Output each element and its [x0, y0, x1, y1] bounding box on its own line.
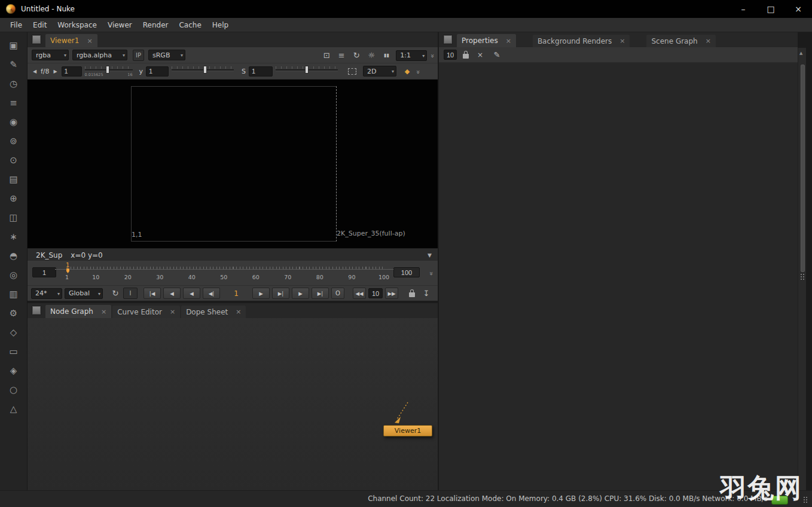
- step-backward-button[interactable]: ◀: [183, 288, 200, 299]
- close-icon[interactable]: ×: [170, 308, 175, 316]
- 3d-icon[interactable]: ◫: [4, 208, 24, 227]
- close-icon[interactable]: ×: [619, 37, 625, 45]
- edit-pencil-icon[interactable]: ✎: [492, 50, 502, 59]
- pane-menu-button[interactable]: [443, 35, 453, 44]
- filter-icon[interactable]: ⊚: [4, 132, 24, 151]
- layer-dropdown[interactable]: rgba ▾: [32, 50, 69, 60]
- tab-properties[interactable]: Properties ×: [457, 34, 516, 47]
- alpha-channel-dropdown[interactable]: rgba.alpha ▾: [72, 50, 127, 60]
- image-icon[interactable]: ▣: [4, 36, 24, 55]
- menu-workspace[interactable]: Workspace: [52, 21, 102, 29]
- plugin-icon[interactable]: △: [4, 399, 24, 419]
- channel-icon[interactable]: ≡: [4, 93, 24, 112]
- play-forward-button[interactable]: ▶: [252, 288, 270, 299]
- display-window-icon[interactable]: ⊡: [321, 51, 332, 60]
- range-end-field[interactable]: [393, 267, 420, 277]
- viewer1-node[interactable]: Viewer1: [383, 425, 432, 436]
- jump-back-button[interactable]: ◀◀: [353, 288, 366, 299]
- goto-start-button[interactable]: |◀: [144, 288, 161, 299]
- menu-edit[interactable]: Edit: [28, 21, 52, 29]
- max-panels-field[interactable]: [444, 50, 457, 60]
- merge-icon[interactable]: ▤: [4, 170, 24, 189]
- input-process-button[interactable]: IP: [133, 50, 144, 61]
- particles-icon[interactable]: ∗: [4, 227, 24, 246]
- anchor-frame-icon[interactable]: ↧: [421, 289, 432, 298]
- plugin-icon[interactable]: ○: [4, 380, 24, 399]
- timeline-track[interactable]: 1 10 20 30 40 50 60 70 80 90 100 1: [61, 262, 391, 283]
- close-icon[interactable]: ×: [101, 308, 106, 316]
- in-out-button[interactable]: I: [123, 288, 138, 299]
- gamma-slider-handle[interactable]: [203, 66, 207, 74]
- prev-increment-button[interactable]: ◀|: [203, 288, 220, 299]
- maximize-button[interactable]: □: [757, 0, 784, 18]
- saturation-slider-handle[interactable]: [305, 66, 309, 74]
- colorspace-dropdown[interactable]: sRGB ▾: [148, 50, 185, 60]
- jump-forward-button[interactable]: ▶▶: [385, 288, 398, 299]
- expand-toolbar-icon[interactable]: »: [414, 70, 422, 73]
- zoom-dropdown[interactable]: 1:1 ▾: [396, 50, 427, 61]
- menu-render[interactable]: Render: [138, 21, 174, 29]
- lock-panels-icon[interactable]: [463, 54, 469, 59]
- close-icon[interactable]: ×: [706, 37, 711, 45]
- resize-grip[interactable]: [804, 497, 805, 498]
- deep-icon[interactable]: ◓: [4, 246, 24, 265]
- expand-toolbar-icon[interactable]: »: [429, 54, 436, 57]
- minimize-button[interactable]: –: [729, 0, 757, 18]
- tab-scene-graph[interactable]: Scene Graph ×: [646, 35, 715, 47]
- layout-list-icon[interactable]: ≡: [336, 51, 347, 60]
- loop-mode-button[interactable]: O: [331, 288, 344, 299]
- metadata-icon[interactable]: ▥: [4, 285, 24, 304]
- refresh-icon[interactable]: ↻: [351, 51, 362, 60]
- close-icon[interactable]: ×: [506, 37, 511, 45]
- gain-slider-handle[interactable]: [106, 66, 109, 74]
- frame-range-dropdown[interactable]: Global ▾: [65, 288, 103, 299]
- tab-viewer1[interactable]: Viewer1 ×: [45, 34, 97, 47]
- current-frame-display[interactable]: 1: [222, 289, 250, 298]
- pane-menu-button[interactable]: [32, 35, 41, 44]
- plugin-icon[interactable]: ◈: [4, 361, 24, 380]
- keyer-icon[interactable]: ⊙: [4, 151, 24, 170]
- scrollbar-thumb[interactable]: [801, 65, 805, 272]
- fps-dropdown[interactable]: 24* ▾: [31, 288, 62, 299]
- goto-end-button[interactable]: ▶|: [312, 288, 329, 299]
- gain-slider[interactable]: 0.015625 16: [85, 65, 133, 78]
- time-icon[interactable]: ◷: [4, 74, 24, 93]
- views-icon[interactable]: ◎: [4, 265, 24, 285]
- pause-icon[interactable]: ▮▮: [381, 53, 392, 58]
- plugin-icon[interactable]: ▭: [4, 342, 24, 361]
- viewer-process-icon[interactable]: ◆: [402, 68, 413, 75]
- viewer-canvas[interactable]: 1,1 2K_Super_35(full-ap): [28, 80, 438, 248]
- play-backward-button[interactable]: ◀: [163, 288, 181, 299]
- transform-icon[interactable]: ⊕: [4, 189, 24, 208]
- tab-node-graph[interactable]: Node Graph ×: [45, 305, 111, 318]
- close-icon[interactable]: ×: [236, 308, 241, 316]
- menu-file[interactable]: File: [5, 21, 28, 29]
- gamma-slider[interactable]: [172, 65, 234, 78]
- close-icon[interactable]: ×: [87, 37, 92, 45]
- info-expand-icon[interactable]: ▼: [428, 252, 432, 258]
- tab-curve-editor[interactable]: Curve Editor ×: [112, 306, 180, 318]
- node-graph-canvas[interactable]: Viewer1: [28, 318, 438, 490]
- close-button[interactable]: ×: [784, 0, 812, 18]
- gear-icon[interactable]: ☼: [366, 51, 377, 60]
- draw-icon[interactable]: ✎: [4, 55, 24, 74]
- tab-background-renders[interactable]: Background Renders ×: [533, 35, 630, 47]
- step-forward-button[interactable]: ▶|: [272, 288, 289, 299]
- pane-menu-button[interactable]: [32, 306, 41, 315]
- other-nodes-icon[interactable]: ◇: [4, 323, 24, 342]
- color-icon[interactable]: ◉: [4, 112, 24, 132]
- timeline-expand-icon[interactable]: »: [428, 271, 435, 274]
- clear-panels-icon[interactable]: ×: [475, 51, 486, 59]
- next-increment-button[interactable]: ▶: [292, 288, 309, 299]
- lock-range-icon[interactable]: [409, 292, 415, 297]
- view-mode-dropdown[interactable]: 2D ▾: [363, 66, 396, 77]
- playback-loop-icon[interactable]: ↻: [110, 289, 121, 298]
- frame-increment-field[interactable]: [368, 288, 383, 298]
- range-start-field[interactable]: [32, 267, 56, 277]
- tab-dope-sheet[interactable]: Dope Sheet ×: [181, 306, 246, 318]
- saturation-field[interactable]: [249, 66, 273, 77]
- menu-viewer[interactable]: Viewer: [102, 21, 138, 29]
- menu-help[interactable]: Help: [207, 21, 234, 29]
- gamma-field[interactable]: [146, 66, 169, 77]
- fstop-next-icon[interactable]: ▶: [53, 69, 59, 74]
